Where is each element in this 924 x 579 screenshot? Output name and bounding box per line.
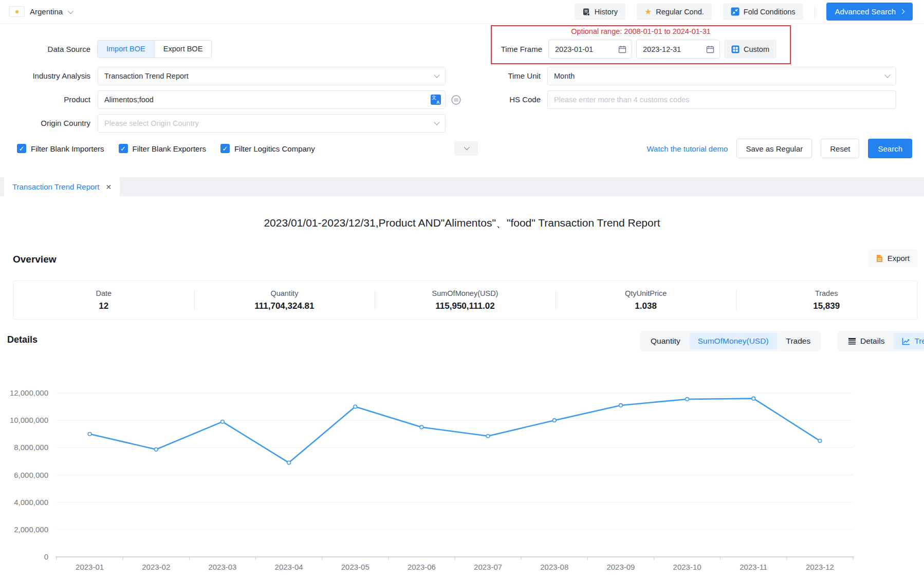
search-button[interactable]: Search xyxy=(868,139,912,158)
date-from-input[interactable]: 2023-01-01 xyxy=(548,40,632,59)
view-tab-trend-label: Trend xyxy=(914,337,924,346)
stat-sum-of-money: SumOfMoney(USD) 115,950,111.02 xyxy=(375,281,556,319)
history-label: History xyxy=(595,8,618,16)
regular-cond-label: Regular Cond. xyxy=(656,8,704,16)
export-button[interactable]: Export xyxy=(868,249,917,267)
result-tab-strip: Transaction Trend Report ✕ xyxy=(0,177,924,196)
checkbox-label: Filter Logitics Company xyxy=(234,144,315,153)
star-icon: ★ xyxy=(644,8,652,16)
svg-text:10,000,000: 10,000,000 xyxy=(10,416,48,424)
svg-text:2023-07: 2023-07 xyxy=(474,563,502,571)
filter-logitics-company-checkbox[interactable]: ✓ Filter Logitics Company xyxy=(220,144,315,153)
stat-quantity: Quantity 111,704,324.81 xyxy=(194,281,375,319)
svg-text:2023-11: 2023-11 xyxy=(740,563,767,571)
overview-heading: Overview xyxy=(13,254,57,265)
filter-form: Data Source Import BOE Export BOE Option… xyxy=(0,24,924,177)
checkbox-checked-icon: ✓ xyxy=(17,144,26,153)
stat-label: SumOfMoney(USD) xyxy=(432,289,498,297)
checkbox-checked-icon: ✓ xyxy=(119,144,128,153)
svg-text:8,000,000: 8,000,000 xyxy=(14,443,48,452)
custom-label: Custom xyxy=(744,45,769,53)
svg-text:2023-06: 2023-06 xyxy=(408,563,436,571)
app-screen: Argentina History ★ Regular Cond. xyxy=(0,0,924,579)
date-to-value: 2023-12-31 xyxy=(643,45,681,53)
country-name: Argentina xyxy=(30,7,63,16)
import-boe-tab[interactable]: Import BOE xyxy=(98,41,154,58)
reset-button[interactable]: Reset xyxy=(821,139,859,158)
country-selector[interactable]: Argentina xyxy=(9,6,72,17)
svg-text:2023-10: 2023-10 xyxy=(673,563,701,571)
optional-range-hint: Optional range: 2008-01-01 to 2024-01-31 xyxy=(492,27,790,35)
time-frame-highlight-box: Optional range: 2008-01-01 to 2024-01-31… xyxy=(491,25,791,64)
translate-icon[interactable]: 文A xyxy=(431,95,441,105)
view-tab-details-label: Details xyxy=(860,337,884,346)
view-tab-trend[interactable]: Trend xyxy=(894,333,924,349)
calendar-icon xyxy=(706,45,714,53)
top-bar: Argentina History ★ Regular Cond. xyxy=(0,0,924,24)
date-to-input[interactable]: 2023-12-31 xyxy=(636,40,720,59)
filter-blank-importers-checkbox[interactable]: ✓ Filter Blank Importers xyxy=(17,144,104,153)
view-tab-details[interactable]: Details xyxy=(840,333,893,349)
svg-text:2023-02: 2023-02 xyxy=(142,563,170,571)
regular-cond-button[interactable]: ★ Regular Cond. xyxy=(637,3,712,20)
stat-value: 15,839 xyxy=(813,301,840,311)
chevron-down-icon xyxy=(68,8,73,13)
metric-toggle-group: Quantity SumOfMoney(USD) Trades xyxy=(640,331,821,351)
synonym-circle-icon[interactable] xyxy=(451,95,461,105)
advanced-search-button[interactable]: Advanced Search xyxy=(826,3,913,21)
product-label: Product xyxy=(3,95,90,104)
stat-date: Date 12 xyxy=(13,281,194,319)
view-toggle-group: Details Trend xyxy=(838,331,924,351)
stat-value: 115,950,111.02 xyxy=(435,301,494,311)
fold-conditions-button[interactable]: Fold Conditions xyxy=(723,3,803,20)
svg-text:6,000,000: 6,000,000 xyxy=(14,471,48,479)
product-input[interactable] xyxy=(98,90,446,109)
tutorial-demo-link[interactable]: Watch the tutorial demo xyxy=(647,144,728,153)
svg-text:2023-09: 2023-09 xyxy=(606,563,635,571)
chevron-down-icon xyxy=(464,144,470,150)
svg-text:2,000,000: 2,000,000 xyxy=(14,525,48,534)
svg-text:2023-04: 2023-04 xyxy=(275,563,303,571)
svg-text:0: 0 xyxy=(44,552,48,561)
save-as-regular-button[interactable]: Save as Regular xyxy=(736,139,812,158)
metric-tab-trades[interactable]: Trades xyxy=(778,333,819,349)
history-button[interactable]: History xyxy=(575,3,625,20)
stat-label: Trades xyxy=(815,289,838,297)
svg-text:2023-05: 2023-05 xyxy=(341,563,369,571)
origin-country-select[interactable]: Please select Origin Country xyxy=(98,114,446,133)
fold-conditions-label: Fold Conditions xyxy=(744,8,796,16)
chevron-down-icon xyxy=(434,119,439,125)
export-label: Export xyxy=(888,254,910,263)
fold-icon xyxy=(731,7,740,16)
data-source-segmented: Import BOE Export BOE xyxy=(97,40,212,58)
checkbox-label: Filter Blank Importers xyxy=(31,144,104,153)
filter-blank-exporters-checkbox[interactable]: ✓ Filter Blank Exporters xyxy=(119,144,206,153)
checkbox-checked-icon: ✓ xyxy=(220,144,230,153)
time-unit-select[interactable]: Month xyxy=(547,67,896,85)
stat-value: 1.038 xyxy=(635,301,657,311)
svg-text:2023-01: 2023-01 xyxy=(76,563,104,571)
industry-analysis-select[interactable]: Transaction Trend Report xyxy=(98,67,446,85)
advanced-search-label: Advanced Search xyxy=(835,7,896,16)
expand-conditions-button[interactable] xyxy=(454,141,478,156)
custom-range-button[interactable]: Custom xyxy=(724,40,777,59)
top-bar-actions: History ★ Regular Cond. Fold Conditions … xyxy=(575,3,913,21)
chevron-right-icon xyxy=(900,9,905,14)
stat-trades: Trades 15,839 xyxy=(736,281,917,319)
industry-analysis-value: Transaction Trend Report xyxy=(104,72,189,80)
export-file-icon xyxy=(876,254,883,263)
trend-chart-icon xyxy=(902,338,910,345)
export-boe-tab[interactable]: Export BOE xyxy=(154,41,212,58)
stat-label: QtyUnitPrice xyxy=(625,289,667,297)
hs-code-input[interactable] xyxy=(547,90,896,109)
table-icon xyxy=(848,338,856,345)
time-frame-label: Time Frame xyxy=(492,45,542,53)
tab-transaction-trend-report[interactable]: Transaction Trend Report ✕ xyxy=(4,177,120,196)
tab-close-icon[interactable]: ✕ xyxy=(106,183,112,191)
checkbox-label: Filter Blank Exporters xyxy=(133,144,206,153)
metric-tab-sum-of-money[interactable]: SumOfMoney(USD) xyxy=(690,333,777,349)
details-heading: Details xyxy=(7,334,38,345)
svg-text:2023-03: 2023-03 xyxy=(208,563,236,571)
tab-label: Transaction Trend Report xyxy=(12,182,100,191)
metric-tab-quantity[interactable]: Quantity xyxy=(642,333,689,349)
